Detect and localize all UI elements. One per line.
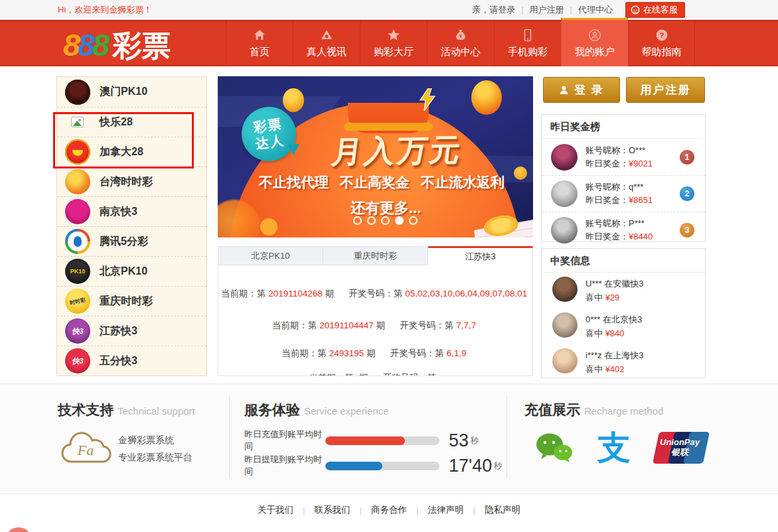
divider: | (303, 505, 305, 515)
carousel-dot-active[interactable] (395, 216, 404, 225)
nav-item-my-account[interactable]: 我的账户 (561, 18, 628, 66)
footer-link-privacy[interactable]: 隐私声明 (485, 504, 520, 516)
site-logo[interactable]: 888 彩票 (63, 27, 171, 66)
banner-taglines: 不止找代理 不止高奖金 不止流水返利 (259, 173, 498, 192)
register-link[interactable]: 用户注册 (524, 4, 570, 16)
footer-link-contact[interactable]: 联系我们 (314, 504, 350, 516)
payment-icons: 支 UnionPay银联 (535, 431, 705, 464)
carousel-dot[interactable] (367, 216, 376, 225)
sidebar-label: 加拿大28 (100, 145, 143, 159)
beijing-pk10-icon: PK10 (65, 259, 90, 284)
online-service-button[interactable]: 在线客服 (625, 2, 685, 18)
sidebar-item-canada-28[interactable]: 加拿大28 (57, 137, 206, 166)
tagline: 不止流水返利 (421, 173, 505, 192)
coin-graphic (260, 218, 277, 235)
sidebar-label: 五分快3 (100, 354, 137, 368)
footer-links: 关于我们 | 联系我们 | 商务合作 | 法律声明 | 隐私声明 (0, 504, 778, 516)
divider (229, 396, 230, 478)
svg-text:?: ? (659, 31, 664, 39)
chongqing-shishicai-icon: 时时彩 (65, 289, 90, 314)
sidebar-label: 腾讯5分彩 (100, 235, 148, 249)
withdraw-time-row: 昨日提现到账平均时间 17'40 秒 (244, 454, 502, 478)
live-video-icon (320, 29, 333, 42)
nav-item-lottery-hall[interactable]: 购彩大厅 (360, 20, 427, 66)
carousel-dot[interactable] (381, 216, 390, 225)
sidebar-item-kuaile-28[interactable]: 快乐28 (57, 107, 206, 137)
nav-item-mobile-lottery[interactable]: 手机购彩 (494, 20, 561, 66)
footer-link-about[interactable]: 关于我们 (258, 504, 293, 516)
tech-support-title: 技术支持Technical support (58, 401, 195, 419)
sidebar-item-tencent-5fen[interactable]: 腾讯5分彩 (57, 226, 206, 256)
sidebar-item-nanjing-kuai3[interactable]: 南京快3 (57, 196, 206, 226)
winners-panel: 中奖信息 U*** 在安徽快3 喜中 ¥29 0*** 在北京快3 喜中 ¥84… (541, 248, 706, 378)
user-icon (559, 85, 569, 95)
sidebar-label: 澳门PK10 (100, 85, 147, 99)
headset-icon (631, 5, 640, 15)
divider: | (416, 505, 419, 515)
sidebar-label: 南京快3 (100, 205, 137, 219)
prize-board-title: 昨日奖金榜 (542, 115, 705, 139)
carousel-dots (353, 216, 418, 225)
jiangsu-kuai3-icon: 快3 (65, 318, 90, 344)
avatar (551, 217, 578, 243)
divider: | (359, 505, 362, 515)
sidebar-label: 重庆时时彩 (100, 295, 153, 308)
winner-entry: 0*** 在北京快3 喜中 ¥840 (542, 308, 705, 344)
lightning-icon (419, 88, 436, 111)
taiwan-shishicai-icon (65, 169, 90, 194)
broken-image-icon (71, 117, 84, 127)
macau-pk10-icon (65, 80, 90, 105)
footer-link-legal[interactable]: 法律声明 (428, 504, 464, 516)
login-link[interactable]: 亲，请登录 (466, 4, 521, 16)
sidebar-item-wufen-kuai3[interactable]: 快3 五分快3 (57, 346, 206, 375)
brand-lines: 金狮彩票系统 专业彩票系统平台 (118, 431, 193, 466)
canada-28-icon (65, 139, 90, 165)
banner-title: 月入万元 (329, 129, 465, 172)
prize-entry-1: 账号昵称：O*** 昨日奖金：¥9021 1 (542, 139, 705, 175)
money-bag-icon: ¥ (454, 29, 467, 42)
carousel-dot[interactable] (409, 216, 418, 225)
nav-item-home[interactable]: 首页 (226, 20, 293, 66)
page: Hi，欢迎来到金狮彩票！ 亲，请登录 | 用户注册 | 代理中心 在线客服 88… (0, 0, 778, 532)
tab-chongqing-shishicai[interactable]: 重庆时时彩 (323, 246, 428, 265)
promo-banner[interactable]: 彩票 达人 月入万元 不止找代理 不止高奖金 不止流水返利 还有更多... (218, 76, 533, 237)
sidebar-item-taiwan-shishicai[interactable]: 台湾时时彩 (57, 166, 206, 196)
agent-center-link[interactable]: 代理中心 (572, 4, 619, 16)
sidebar-item-beijing-pk10[interactable]: PK10 北京PK10 (57, 256, 206, 286)
recharge-time-value: 53 (449, 431, 469, 451)
nav-label: 手机购彩 (508, 46, 548, 58)
online-service-label: 在线客服 (643, 4, 678, 16)
tagline: 不止找代理 (259, 173, 329, 192)
winner-entry: i***z 在上海快3 喜中 ¥402 (542, 344, 705, 378)
floating-widget-button[interactable] (5, 527, 32, 532)
register-button[interactable]: 用户注册 (626, 77, 705, 103)
sidebar-item-chongqing-shishicai[interactable]: 时时彩 重庆时时彩 (57, 286, 206, 316)
carousel-dot[interactable] (353, 216, 362, 225)
nav-item-activity-center[interactable]: ¥ 活动中心 (427, 20, 494, 66)
main-nav: 888 彩票 首页 真人视讯 购彩大厅 ¥ 活动中心 手机购彩 (0, 20, 778, 66)
sidebar-item-macau-pk10[interactable]: 澳门PK10 (57, 77, 206, 107)
alipay-icon: 支 (597, 431, 631, 464)
withdraw-progress-bar (325, 462, 439, 470)
rank-badge-3: 3 (680, 223, 694, 237)
nav-label: 我的账户 (575, 46, 615, 58)
cloud-logo: Fa (57, 426, 114, 470)
sidebar-label: 江苏快3 (100, 324, 137, 338)
tab-jiangsu-kuai3[interactable]: 江苏快3 (428, 246, 533, 265)
tab-beijing-pk10[interactable]: 北京PK10 (218, 246, 323, 265)
help-icon: ? (655, 29, 668, 42)
recharge-time-row: 昨日充值到账平均时间 53 秒 (244, 429, 479, 452)
nav-items: 首页 真人视讯 购彩大厅 ¥ 活动中心 手机购彩 我的账户 (226, 20, 695, 66)
nav-item-help-guide[interactable]: ? 帮助指南 (628, 20, 695, 66)
home-icon (253, 29, 266, 42)
unit-label: 秒 (494, 460, 502, 472)
footer-link-business[interactable]: 商务合作 (371, 504, 407, 516)
sidebar-item-jiangsu-kuai3[interactable]: 快3 江苏快3 (57, 316, 206, 346)
login-button[interactable]: 登 录 (543, 77, 620, 103)
topbar-right: 亲，请登录 | 用户注册 | 代理中心 在线客服 (466, 0, 685, 19)
balloon-graphic (471, 80, 502, 115)
nav-item-live-video[interactable]: 真人视讯 (293, 20, 360, 66)
result-row: 当前期：第20191104268期开奖号码：第05,02,03,10,06,04… (218, 288, 532, 300)
recharge-progress-bar (325, 436, 439, 445)
results-panel: 当前期：第20191104268期开奖号码：第05,02,03,10,06,04… (218, 265, 533, 376)
